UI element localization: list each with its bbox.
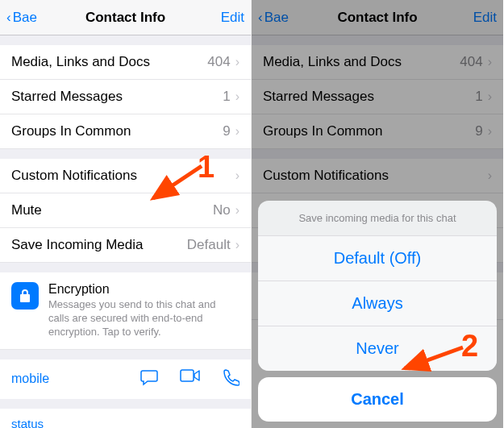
lock-icon [11, 282, 39, 310]
row-value: 1 [223, 89, 230, 105]
chevron-right-icon: › [235, 55, 240, 69]
chevron-right-icon: › [235, 168, 240, 183]
back-label: Bae [13, 10, 37, 26]
chevron-right-icon: › [235, 124, 240, 139]
action-sheet: Save incoming media for this chat Defaul… [258, 201, 497, 422]
encryption-subtitle: Messages you send to this chat and calls… [48, 298, 240, 339]
chevron-left-icon: ‹ [6, 10, 11, 26]
screenshot-right: ‹ Bae Contact Info Edit Media, Links and… [252, 0, 503, 428]
sheet-title: Save incoming media for this chat [258, 201, 497, 236]
row-custom-notifications[interactable]: Custom Notifications › [0, 159, 251, 193]
row-label: Mute [11, 202, 42, 218]
row-label: Custom Notifications [11, 168, 137, 184]
video-icon[interactable] [180, 368, 201, 390]
page-title: Contact Info [0, 10, 251, 26]
back-button[interactable]: ‹ Bae [6, 10, 37, 26]
chat-icon[interactable] [140, 368, 159, 390]
row-value: 9 [223, 123, 230, 139]
row-groups[interactable]: Groups In Common 9› [0, 114, 251, 149]
nav-bar: ‹ Bae Contact Info Edit [0, 0, 251, 35]
row-save-incoming-media[interactable]: Save Incoming Media Default› [0, 228, 251, 263]
status-label: status [0, 409, 251, 428]
phone-icon[interactable] [222, 368, 240, 390]
row-mobile[interactable]: mobile [0, 359, 251, 399]
sheet-cancel-button[interactable]: Cancel [258, 377, 497, 422]
row-value: 404 [207, 54, 230, 70]
chevron-right-icon: › [235, 203, 240, 218]
encryption-title: Encryption [48, 282, 240, 297]
row-value: Default [187, 237, 231, 253]
row-label: Save Incoming Media [11, 237, 143, 253]
svg-rect-0 [181, 370, 194, 381]
svg-line-1 [153, 166, 202, 198]
row-starred[interactable]: Starred Messages 1› [0, 80, 251, 114]
svg-line-2 [405, 347, 463, 368]
row-label: Media, Links and Docs [11, 54, 150, 70]
annotation-arrow-1 [145, 160, 210, 208]
screenshot-left: ‹ Bae Contact Info Edit Media, Links and… [0, 0, 252, 428]
sheet-option-always[interactable]: Always [258, 281, 497, 326]
edit-button[interactable]: Edit [221, 10, 244, 26]
mobile-label: mobile [11, 372, 49, 386]
row-mute[interactable]: Mute No› [0, 193, 251, 228]
chevron-right-icon: › [235, 238, 240, 252]
annotation-arrow-2 [397, 343, 469, 379]
row-label: Groups In Common [11, 123, 131, 139]
row-value: No [213, 202, 231, 218]
row-label: Starred Messages [11, 89, 123, 105]
row-media[interactable]: Media, Links and Docs 404› [0, 45, 251, 80]
row-encryption[interactable]: Encryption Messages you send to this cha… [0, 272, 251, 350]
chevron-right-icon: › [235, 89, 240, 104]
sheet-option-default[interactable]: Default (Off) [258, 236, 497, 281]
